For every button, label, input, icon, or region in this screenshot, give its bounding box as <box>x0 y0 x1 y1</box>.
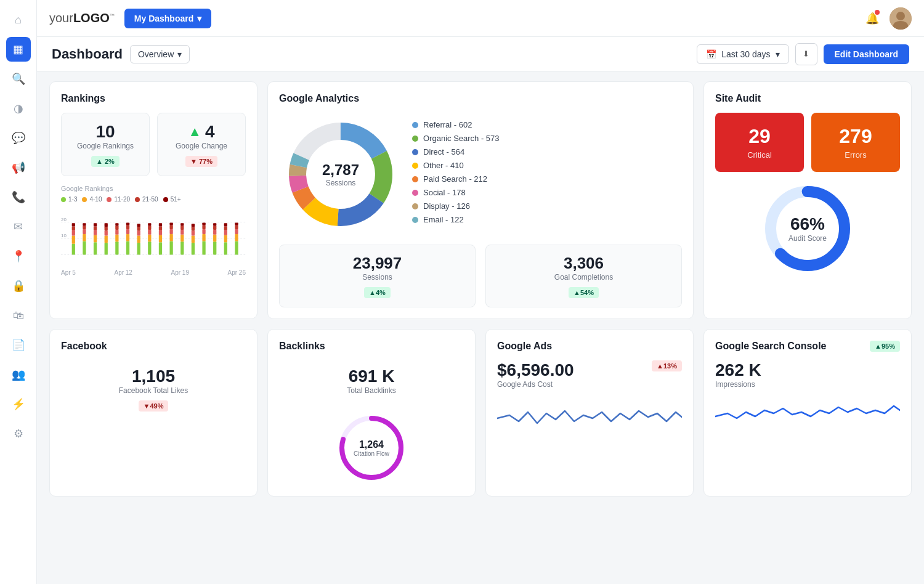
svg-rect-74 <box>213 235 216 241</box>
score-container: 66% Audit Score <box>715 179 900 278</box>
triangle-up-icon: ▲ <box>96 158 103 165</box>
svg-rect-58 <box>180 241 184 254</box>
svg-rect-30 <box>115 230 118 235</box>
critical-label: Critical <box>724 150 795 160</box>
legend-email-label: Email - 122 <box>423 215 464 224</box>
sidebar-email-icon[interactable]: ✉ <box>6 214 31 239</box>
facebook-likes-value: 1,105 <box>61 367 246 386</box>
backlinks-title: Backlinks <box>279 341 464 352</box>
svg-rect-52 <box>159 223 162 226</box>
legend-display: Display - 126 <box>412 201 682 211</box>
facebook-likes-label: Facebook Total Likes <box>61 386 246 395</box>
search-console-card: Google Search Console ▲95% 262 K Impress… <box>703 329 912 497</box>
overview-button[interactable]: Overview ▾ <box>130 45 190 63</box>
svg-rect-44 <box>148 235 151 241</box>
sidebar-home-icon[interactable]: ⌂ <box>6 7 31 32</box>
svg-rect-82 <box>224 223 227 226</box>
svg-rect-43 <box>148 241 151 254</box>
svg-rect-29 <box>115 235 118 241</box>
score-center: 66% Audit Score <box>788 214 827 243</box>
legend-social-label: Social - 178 <box>423 188 466 197</box>
sidebar-phone-icon[interactable]: 📞 <box>6 185 31 209</box>
svg-rect-23 <box>105 243 108 254</box>
date-range-button[interactable]: 📅 Last 30 days ▾ <box>697 44 788 64</box>
svg-rect-76 <box>213 226 216 230</box>
svg-rect-10 <box>72 230 75 236</box>
sidebar-search-icon[interactable]: 🔍 <box>6 67 31 91</box>
errors-box: 279 Errors <box>811 113 900 172</box>
sidebar-lock-icon[interactable]: 🔒 <box>6 274 31 298</box>
donut-sub: Sessions <box>322 179 359 187</box>
svg-rect-40 <box>137 231 140 236</box>
download-button[interactable]: ⬇ <box>795 43 817 65</box>
legend-direct-label: Direct - 564 <box>423 147 464 156</box>
facebook-card: Facebook 1,105 Facebook Total Likes ▼49% <box>49 329 257 497</box>
svg-rect-51 <box>159 227 162 230</box>
sidebar-shop-icon[interactable]: 🛍 <box>6 303 31 328</box>
svg-rect-78 <box>224 242 227 254</box>
backlinks-stat: 691 K Total Backlinks <box>279 360 464 406</box>
sidebar-chat-icon[interactable]: 💬 <box>6 126 31 150</box>
chevron-down-icon: ▾ <box>177 49 182 59</box>
citation-value: 1,264 <box>354 439 389 450</box>
sidebar-users-icon[interactable]: 👥 <box>6 362 31 387</box>
svg-rect-32 <box>115 223 118 225</box>
avatar[interactable] <box>890 7 912 30</box>
my-dashboard-button[interactable]: My Dashboard ▾ <box>124 9 211 28</box>
sessions-label: Sessions <box>288 273 466 282</box>
svg-rect-55 <box>169 229 172 234</box>
sidebar-megaphone-icon[interactable]: 📢 <box>6 155 31 180</box>
audit-title: Site Audit <box>715 93 900 104</box>
svg-rect-45 <box>148 230 151 235</box>
backlinks-card: Backlinks 691 K Total Backlinks 1,264 Ci… <box>267 329 476 497</box>
topnav-left: yourLOGO™ My Dashboard ▾ <box>49 9 211 28</box>
svg-rect-38 <box>137 243 140 254</box>
svg-rect-8 <box>72 244 75 255</box>
calendar-icon: 📅 <box>706 49 716 59</box>
sidebar-analytics-icon[interactable]: ◑ <box>6 96 31 121</box>
sessions-value: 23,997 <box>288 254 466 273</box>
svg-rect-69 <box>202 234 205 241</box>
svg-rect-37 <box>126 222 129 225</box>
svg-rect-9 <box>72 236 75 244</box>
analytics-bottom: 23,997 Sessions ▲4% 3,306 Goal Completio… <box>279 245 682 307</box>
dashboard-content: Rankings 10 Google Rankings ▲2% ▲ 4 Goog… <box>37 71 924 584</box>
svg-rect-62 <box>180 223 184 225</box>
chart-legend: 1-3 4-10 11-20 21-50 51+ <box>61 196 246 203</box>
svg-rect-17 <box>83 223 86 225</box>
content-header-right: 📅 Last 30 days ▾ ⬇ Edit Dashboard <box>697 43 909 65</box>
svg-rect-22 <box>94 223 97 226</box>
chevron-down-icon: ▾ <box>197 14 201 23</box>
svg-rect-61 <box>180 226 184 230</box>
rankings-metrics: 10 Google Rankings ▲2% ▲ 4 Google Change… <box>61 113 246 176</box>
svg-rect-19 <box>94 235 97 242</box>
svg-rect-28 <box>115 241 118 254</box>
legend-paid-label: Paid Search - 212 <box>423 174 487 184</box>
svg-rect-49 <box>159 235 162 242</box>
svg-rect-48 <box>159 242 162 254</box>
svg-rect-36 <box>126 225 129 229</box>
svg-rect-57 <box>169 222 172 225</box>
chart-label: Google Rankings <box>61 185 246 192</box>
audit-metrics: 29 Critical 279 Errors <box>715 113 900 172</box>
topnav-right: 🔔 <box>862 7 912 30</box>
sidebar-integration-icon[interactable]: ⚡ <box>6 392 31 416</box>
google-change-metric: ▲ 4 Google Change ▼77% <box>157 113 246 176</box>
legend-display-label: Display - 126 <box>423 201 470 211</box>
sessions-stat: 23,997 Sessions ▲4% <box>279 245 476 307</box>
sidebar: ⌂ ▦ 🔍 ◑ 💬 📢 📞 ✉ 📍 🔒 🛍 📄 👥 ⚡ ⚙ <box>0 0 37 584</box>
edit-dashboard-button[interactable]: Edit Dashboard <box>824 44 909 64</box>
sidebar-dashboard-icon[interactable]: ▦ <box>6 37 31 62</box>
bell-icon[interactable]: 🔔 <box>862 9 882 28</box>
google-ads-stat: $6,596.00 Google Ads Cost <box>497 360 574 394</box>
sidebar-settings-icon[interactable]: ⚙ <box>6 421 31 446</box>
svg-rect-63 <box>192 243 195 254</box>
sidebar-document-icon[interactable]: 📄 <box>6 333 31 357</box>
legend-direct: Direct - 564 <box>412 147 682 156</box>
legend-other: Other - 410 <box>412 161 682 170</box>
sidebar-location-icon[interactable]: 📍 <box>6 244 31 269</box>
goal-label: Goal Completions <box>495 273 673 282</box>
x-label-apr5: Apr 5 <box>61 269 76 276</box>
svg-rect-20 <box>94 230 97 235</box>
svg-rect-46 <box>148 226 151 230</box>
